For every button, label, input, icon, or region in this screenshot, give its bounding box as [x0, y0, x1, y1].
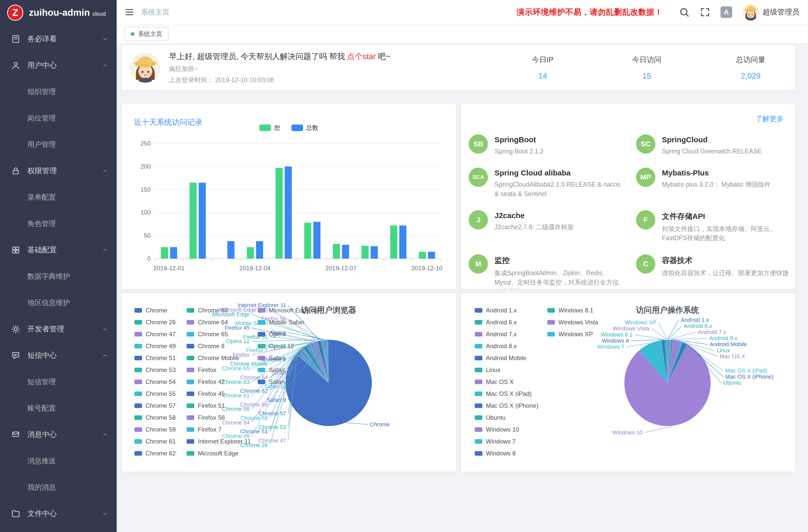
legend-item[interactable]: Android 7.x	[475, 328, 538, 340]
legend-item[interactable]: Chrome 58	[134, 411, 176, 423]
legend-swatch	[475, 391, 482, 396]
charts-row-2: 访问用户浏览器 ChromeChrome 26Chrome 47Chrome 4…	[122, 293, 795, 472]
feature-desc: 虚拟化容器技术，让迁移、部署更加方便快捷	[662, 268, 789, 277]
legend-item[interactable]: Opera 12	[258, 340, 322, 352]
legend-item[interactable]: Safari 11	[258, 364, 322, 376]
legend-item[interactable]: Firefox	[187, 364, 251, 376]
browser-pie-title: 访问用户浏览器	[301, 305, 356, 315]
legend-item-total[interactable]: 总数	[291, 124, 318, 132]
sidebar-subitem[interactable]: 组织管理	[0, 79, 117, 105]
book-icon	[11, 34, 21, 44]
legend-item[interactable]: Safari 9	[258, 376, 322, 388]
legend-item[interactable]: Firefox 42	[187, 376, 251, 388]
legend-item[interactable]: Android Mobile	[475, 352, 538, 364]
legend-item[interactable]: Android 8.x	[475, 340, 538, 352]
legend-item[interactable]: Chrome 65	[187, 328, 251, 340]
sidebar-subitem[interactable]: 地区信息维护	[0, 290, 117, 316]
legend-item[interactable]: Windows XP	[547, 328, 598, 340]
sidebar-subitem[interactable]: 岗位管理	[0, 105, 117, 131]
sidebar-item-2[interactable]: 用户中心	[0, 52, 117, 79]
search-button[interactable]	[679, 7, 690, 18]
legend-swatch	[547, 332, 555, 336]
legend-swatch	[187, 415, 194, 420]
sidebar-item-7[interactable]: 消息中心	[0, 421, 117, 448]
legend-item[interactable]: Chrome 49	[134, 340, 176, 352]
legend-item[interactable]: Windows 7	[475, 435, 538, 447]
pie-legend-column: Chrome 63Chrome 64Chrome 65Chrome 8Chrom…	[187, 304, 251, 459]
star-link[interactable]: 点个star	[347, 52, 376, 61]
tab-home[interactable]: 系统主页	[125, 27, 168, 41]
legend-swatch	[187, 380, 194, 384]
sidebar-item-8[interactable]: 文件中心	[0, 500, 117, 527]
legend-item[interactable]: Firefox 51	[187, 400, 251, 411]
sidebar-item-3[interactable]: 权限管理	[0, 158, 117, 184]
sidebar-subitem[interactable]: 我的消息	[0, 474, 117, 500]
legend-item[interactable]: Chrome 53	[134, 364, 176, 376]
sidebar-subitem[interactable]: 菜单配置	[0, 184, 117, 210]
legend-item[interactable]: Chrome 8	[187, 340, 251, 352]
legend-item[interactable]: Windows 10	[475, 423, 538, 435]
sidebar-subitem[interactable]: 账号配置	[0, 395, 117, 421]
os-pie-title: 访问用户操作系统	[636, 305, 699, 315]
legend-item[interactable]: Safari	[258, 352, 322, 364]
sidebar-subitem[interactable]: 数据字典维护	[0, 263, 117, 290]
legend-item[interactable]: Linux	[475, 364, 538, 376]
legend-item[interactable]: Internet Explorer 11	[187, 435, 251, 447]
legend-item[interactable]: Chrome 63	[187, 304, 251, 316]
legend-item[interactable]: Microsoft Edge	[187, 447, 251, 459]
legend-item[interactable]: Chrome 61	[134, 435, 176, 447]
legend-item[interactable]: Mobile Safari	[258, 316, 322, 328]
sidebar-subitem[interactable]: 用户管理	[0, 131, 117, 158]
legend-swatch	[475, 451, 482, 456]
legend-item[interactable]: Mac OS X (iPad)	[475, 388, 538, 400]
sidebar-subitem[interactable]: 短信管理	[0, 369, 117, 395]
legend-item[interactable]: Chrome Mobile	[187, 352, 251, 364]
legend-item[interactable]: Firefox 7	[187, 423, 251, 435]
legend-item[interactable]: Chrome 47	[134, 328, 176, 340]
legend-label: Microsoft Edge	[198, 450, 238, 457]
app-logo[interactable]: Z zuihou-admincloud	[0, 0, 117, 25]
legend-item[interactable]: Mac OS X (iPhone)	[475, 400, 538, 411]
legend-item[interactable]: Android 6.x	[475, 316, 538, 328]
sidebar-item-4[interactable]: 基础配置	[0, 237, 117, 263]
sidebar-item-1[interactable]: 务必详看	[0, 26, 117, 52]
svg-text:Chrome 57: Chrome 57	[258, 410, 286, 417]
legend-item[interactable]: Windows 8.1	[547, 304, 598, 316]
legend-item[interactable]: Windows Vista	[547, 316, 598, 328]
legend-item[interactable]: Chrome 57	[134, 400, 176, 411]
legend-item[interactable]: Windows 8	[475, 447, 538, 459]
chevron-down-icon	[102, 511, 108, 517]
sidebar-item-5[interactable]: 开发者管理	[0, 316, 117, 342]
legend-item[interactable]: Opera	[258, 328, 322, 340]
legend-swatch	[187, 439, 194, 444]
stat-today-visits: 今日访问 15	[624, 55, 669, 81]
legend-item[interactable]: Chrome 26	[134, 316, 176, 328]
legend-item[interactable]: Chrome 54	[134, 376, 176, 388]
sidebar-subitem[interactable]: 消息推送	[0, 448, 117, 474]
feature-desc: Spring Boot 2.1.2	[495, 147, 544, 156]
legend-item[interactable]: Firefox 56	[187, 411, 251, 423]
legend-item[interactable]: Chrome 62	[134, 447, 176, 459]
sidebar-toggle-button[interactable]	[117, 7, 141, 17]
legend-swatch	[475, 439, 482, 444]
sidebar-item-6[interactable]: 短信中心	[0, 342, 117, 369]
fullscreen-button[interactable]	[700, 7, 710, 18]
legend-item[interactable]: Ubuntu	[475, 411, 538, 423]
legend-item[interactable]: Chrome 51	[134, 352, 176, 364]
legend-item[interactable]: Android 1.x	[475, 304, 538, 316]
legend-item-you[interactable]: 您	[259, 124, 280, 132]
legend-item[interactable]: Chrome	[134, 304, 176, 316]
learn-more-link[interactable]: 了解更多	[755, 114, 784, 124]
svg-text:Windows 10: Windows 10	[612, 429, 643, 436]
font-size-button[interactable]: A	[720, 6, 732, 18]
legend-item[interactable]: Mac OS X	[475, 376, 538, 388]
user-avatar[interactable]	[742, 4, 759, 20]
legend-item[interactable]: Chrome 59	[134, 423, 176, 435]
sidebar-subitem[interactable]: 角色管理	[0, 210, 117, 237]
svg-text:Android 1.x: Android 1.x	[681, 317, 709, 323]
legend-swatch	[258, 356, 265, 360]
legend-item[interactable]: Chrome 64	[187, 316, 251, 328]
legend-item[interactable]: Chrome 55	[134, 388, 176, 400]
legend-item[interactable]: Firefox 45	[187, 388, 251, 400]
svg-text:Windows Vista: Windows Vista	[613, 325, 649, 332]
